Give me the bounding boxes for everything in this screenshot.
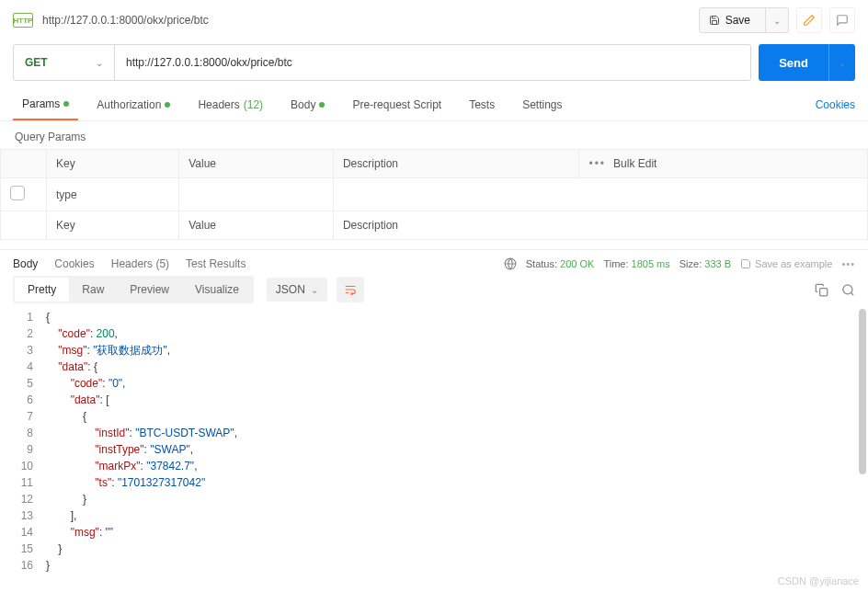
dot-indicator (165, 102, 170, 108)
view-pretty[interactable]: Pretty (15, 278, 69, 302)
copy-icon[interactable] (815, 283, 828, 297)
method-url-bar: GET ⌄ (13, 44, 751, 81)
tab-tests[interactable]: Tests (460, 88, 504, 120)
col-description: Description (333, 150, 579, 178)
key-cell[interactable]: Key (47, 211, 179, 240)
more-icon[interactable]: ••• (841, 258, 855, 269)
value-cell[interactable]: Value (179, 211, 334, 240)
globe-icon[interactable] (504, 257, 517, 270)
view-visualize[interactable]: Visualize (182, 278, 252, 302)
col-key: Key (47, 150, 179, 178)
col-actions: •••Bulk Edit (579, 150, 868, 178)
save-button[interactable]: Save (700, 8, 760, 32)
chevron-down-icon: ⌄ (96, 58, 103, 68)
desc-cell[interactable] (333, 178, 867, 211)
edit-button[interactable] (796, 7, 822, 33)
cookies-link[interactable]: Cookies (816, 98, 855, 111)
comment-icon (836, 14, 849, 27)
request-tab-title: http://127.0.0.1:8000/okx/price/btc (42, 14, 690, 27)
save-icon (709, 15, 720, 26)
pencil-icon (803, 14, 816, 27)
tab-params[interactable]: Params (13, 88, 78, 120)
send-button[interactable]: Send (759, 44, 828, 81)
resp-tab-tests[interactable]: Test Results (186, 257, 246, 270)
query-params-table: Key Value Description •••Bulk Edit type … (0, 149, 868, 240)
value-cell[interactable] (179, 178, 334, 211)
size-label: Size: 333 B (680, 258, 731, 269)
dot-indicator (319, 102, 325, 108)
tab-body[interactable]: Body (281, 88, 334, 120)
resp-tab-body[interactable]: Body (13, 257, 38, 270)
send-dropdown[interactable]: ⌄ (828, 44, 855, 81)
view-raw[interactable]: Raw (69, 278, 117, 302)
desc-cell[interactable]: Description (333, 211, 867, 240)
line-gutter: 12345678910111213141516 (0, 309, 46, 574)
key-cell[interactable]: type (47, 178, 179, 211)
table-row-new: Key Value Description (1, 211, 868, 240)
dot-indicator (63, 101, 69, 107)
comment-button[interactable] (829, 7, 855, 33)
http-method-select[interactable]: GET ⌄ (14, 45, 115, 80)
send-button-group: Send ⌄ (759, 44, 855, 81)
view-preview[interactable]: Preview (117, 278, 182, 302)
more-icon[interactable]: ••• (588, 157, 606, 170)
method-value: GET (25, 56, 48, 69)
row-checkbox[interactable] (10, 186, 25, 200)
status-label: Status: 200 OK (526, 258, 595, 269)
code-content: { "code": 200, "msg": "获取数据成功", "data": … (46, 309, 855, 574)
wrap-lines-button[interactable] (337, 277, 364, 302)
view-mode-tabs: Pretty Raw Preview Visualize (13, 276, 254, 303)
format-select[interactable]: JSON⌄ (267, 278, 327, 302)
url-input[interactable] (115, 45, 750, 80)
save-as-example-button[interactable]: Save as example (740, 258, 832, 269)
wrap-icon (344, 284, 357, 295)
time-label: Time: 1805 ms (603, 258, 669, 269)
response-body-editor[interactable]: 12345678910111213141516 { "code": 200, "… (0, 309, 868, 574)
bulk-edit-link[interactable]: Bulk Edit (613, 157, 657, 170)
svg-point-2 (843, 284, 852, 293)
query-params-label: Query Params (0, 121, 868, 149)
search-icon[interactable] (841, 283, 855, 297)
table-row: type (1, 178, 868, 211)
tab-headers[interactable]: Headers (12) (188, 88, 272, 120)
resp-tab-headers[interactable]: Headers (5) (111, 257, 169, 270)
tab-settings[interactable]: Settings (513, 88, 571, 120)
save-dropdown[interactable]: ⌄ (765, 8, 788, 32)
tab-prerequest[interactable]: Pre-request Script (343, 88, 451, 120)
watermark: CSDN @yijianace (778, 575, 859, 586)
col-value: Value (179, 150, 334, 178)
save-icon (740, 258, 751, 269)
save-label: Save (725, 14, 750, 27)
col-checkbox (1, 150, 47, 178)
resp-tab-cookies[interactable]: Cookies (54, 257, 94, 270)
svg-rect-1 (820, 288, 828, 295)
scrollbar[interactable] (859, 309, 866, 474)
save-button-group: Save ⌄ (699, 7, 789, 33)
tab-authorization[interactable]: Authorization (87, 88, 179, 120)
http-badge: HTTP (13, 13, 33, 28)
